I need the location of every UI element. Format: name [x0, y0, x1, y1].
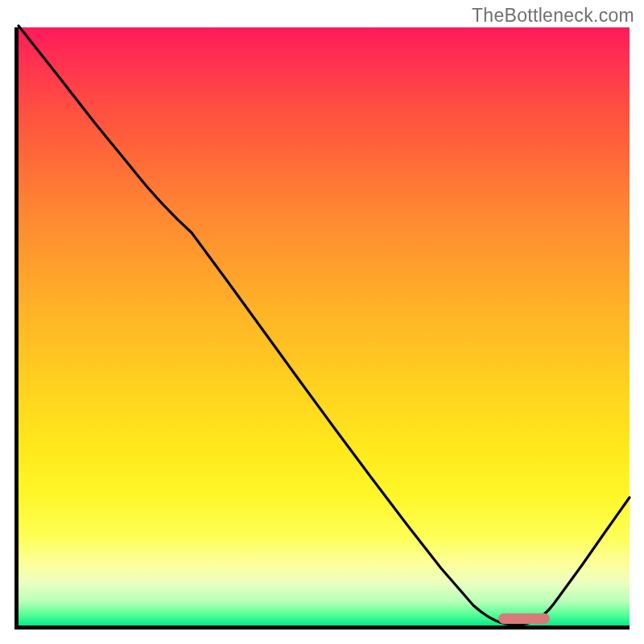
- optimal-range-marker: [498, 613, 550, 624]
- curve-svg: [19, 27, 630, 625]
- plot-area: [14, 27, 630, 630]
- chart-container: TheBottleneck.com: [0, 0, 644, 644]
- watermark-text: TheBottleneck.com: [472, 5, 634, 27]
- bottleneck-curve: [19, 26, 630, 625]
